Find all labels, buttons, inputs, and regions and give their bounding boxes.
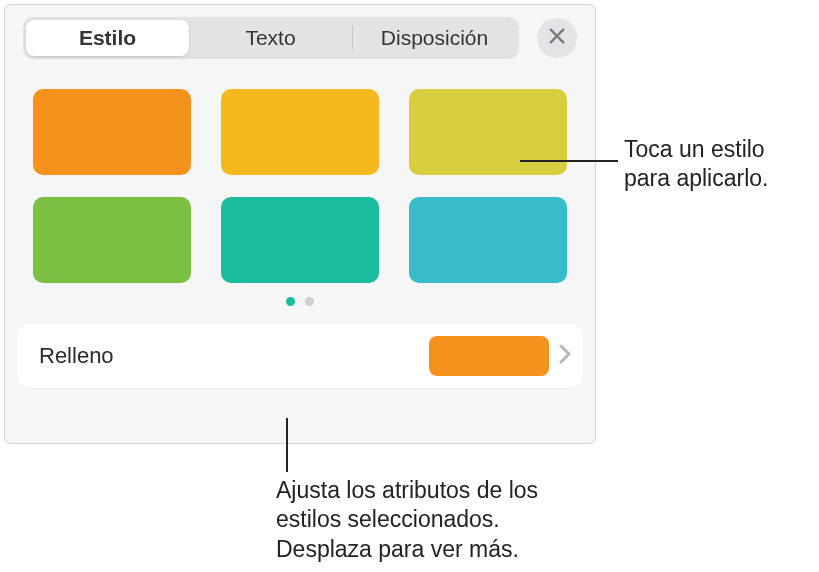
fill-row[interactable]: Relleno (17, 324, 583, 388)
style-swatch[interactable] (221, 89, 379, 175)
style-swatch[interactable] (33, 197, 191, 283)
tab-style[interactable]: Estilo (26, 20, 189, 56)
tab-text-label: Texto (245, 26, 295, 50)
page-dot (305, 297, 314, 306)
style-swatch[interactable] (409, 89, 567, 175)
callout-adjust-attrs: Ajusta los atributos de los estilos sele… (276, 476, 576, 564)
callout-leader (286, 418, 288, 472)
panel-header: Estilo Texto Disposición (5, 5, 595, 65)
chevron-right-icon (559, 344, 571, 368)
tab-layout[interactable]: Disposición (353, 20, 516, 56)
style-presets-grid (33, 89, 567, 283)
tab-layout-label: Disposición (381, 26, 488, 50)
style-swatch[interactable] (409, 197, 567, 283)
style-swatch[interactable] (33, 89, 191, 175)
close-button[interactable] (537, 18, 577, 58)
fill-label: Relleno (39, 343, 429, 369)
callout-apply-style: Toca un estilo para aplicarlo. (624, 135, 809, 194)
page-indicator (33, 297, 567, 306)
tab-style-label: Estilo (79, 26, 136, 50)
segmented-control: Estilo Texto Disposición (23, 17, 519, 59)
page-dot-active (286, 297, 295, 306)
style-swatch[interactable] (221, 197, 379, 283)
format-panel: Estilo Texto Disposición (4, 4, 596, 444)
callout-leader (520, 160, 618, 162)
fill-color-preview (429, 336, 549, 376)
style-presets-area (5, 65, 595, 310)
close-icon (548, 27, 566, 49)
tab-text[interactable]: Texto (189, 20, 352, 56)
